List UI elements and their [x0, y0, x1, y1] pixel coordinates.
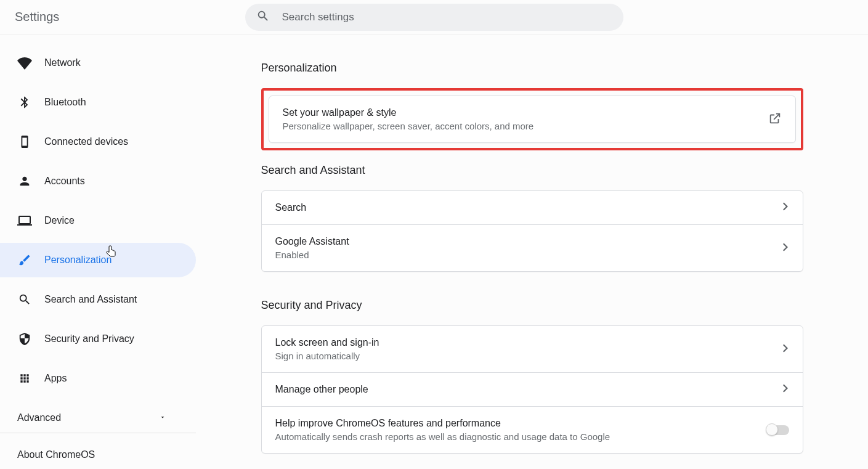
row-title: Lock screen and sign-in [275, 337, 379, 348]
search-input[interactable] [281, 10, 612, 24]
main-content: Personalization Set your wallpaper & sty… [196, 35, 868, 469]
toggle-improve-chromeos[interactable] [767, 425, 789, 435]
highlight-box: Set your wallpaper & style Personalize w… [261, 88, 803, 150]
row-subtitle: Automatically sends crash reports as wel… [275, 431, 610, 442]
section-title-security: Security and Privacy [261, 299, 803, 312]
sidebar-item-label: Security and Privacy [44, 333, 134, 345]
row-title: Help improve ChromeOS features and perfo… [275, 418, 610, 429]
row-search[interactable]: Search [262, 191, 803, 224]
sidebar-item-personalization[interactable]: Personalization [0, 243, 196, 277]
wifi-icon [17, 55, 32, 70]
section-title-search-assistant: Search and Assistant [261, 164, 803, 177]
sidebar-item-apps[interactable]: Apps [0, 361, 196, 396]
search-icon [256, 9, 270, 25]
sidebar-item-label: Apps [44, 373, 67, 384]
row-manage-people[interactable]: Manage other people [262, 372, 803, 406]
sidebar-item-accounts[interactable]: Accounts [0, 164, 196, 198]
sidebar: Network Bluetooth Connected devices Acco… [0, 35, 196, 469]
search-icon [17, 292, 32, 307]
sidebar-item-security-privacy[interactable]: Security and Privacy [0, 322, 196, 356]
brush-icon [17, 253, 32, 267]
advanced-label: Advanced [17, 412, 61, 423]
sidebar-item-label: Bluetooth [44, 97, 86, 108]
chevron-right-icon [783, 344, 789, 355]
sidebar-item-label: Search and Assistant [44, 294, 137, 305]
sidebar-item-label: Accounts [44, 176, 85, 187]
row-title: Manage other people [275, 384, 368, 395]
apps-icon [17, 371, 32, 386]
bluetooth-icon [17, 95, 32, 110]
row-title: Google Assistant [275, 236, 349, 247]
sidebar-item-bluetooth[interactable]: Bluetooth [0, 85, 196, 120]
sidebar-item-network[interactable]: Network [0, 46, 196, 80]
row-title: Search [275, 202, 307, 213]
row-lock-screen[interactable]: Lock screen and sign-in Sign in automati… [262, 326, 803, 372]
external-link-icon [768, 112, 782, 128]
search-box[interactable] [245, 4, 623, 31]
sidebar-item-search-assistant[interactable]: Search and Assistant [0, 282, 196, 317]
sidebar-item-label: Connected devices [44, 136, 128, 147]
about-label: About ChromeOS [17, 449, 95, 460]
card-wallpaper: Set your wallpaper & style Personalize w… [269, 96, 796, 143]
sidebar-item-device[interactable]: Device [0, 203, 196, 238]
row-subtitle: Personalize wallpaper, screen saver, acc… [283, 121, 534, 131]
row-subtitle: Enabled [275, 250, 349, 260]
sidebar-divider [0, 433, 196, 433]
chevron-right-icon [783, 384, 789, 395]
chevron-right-icon [783, 202, 789, 213]
topbar: Settings [0, 0, 868, 35]
sidebar-item-about[interactable]: About ChromeOS [0, 439, 196, 460]
phone-icon [17, 134, 32, 149]
app-title: Settings [15, 10, 59, 24]
row-wallpaper-style[interactable]: Set your wallpaper & style Personalize w… [269, 96, 795, 142]
chevron-down-icon [159, 412, 166, 423]
sidebar-advanced-toggle[interactable]: Advanced [0, 403, 184, 433]
chevron-right-icon [783, 243, 789, 254]
person-icon [17, 174, 32, 189]
shield-icon [17, 332, 32, 346]
row-improve-chromeos[interactable]: Help improve ChromeOS features and perfo… [262, 406, 803, 453]
card-search-assistant: Search Google Assistant Enabled [261, 190, 803, 272]
card-security: Lock screen and sign-in Sign in automati… [261, 325, 803, 454]
section-title-personalization: Personalization [261, 62, 803, 75]
sidebar-item-label: Device [44, 215, 75, 226]
row-google-assistant[interactable]: Google Assistant Enabled [262, 224, 803, 271]
sidebar-item-label: Personalization [44, 255, 112, 266]
sidebar-item-label: Network [44, 57, 81, 68]
row-subtitle: Sign in automatically [275, 351, 379, 361]
laptop-icon [17, 213, 32, 228]
row-title: Set your wallpaper & style [283, 107, 534, 118]
sidebar-item-connected-devices[interactable]: Connected devices [0, 124, 196, 159]
